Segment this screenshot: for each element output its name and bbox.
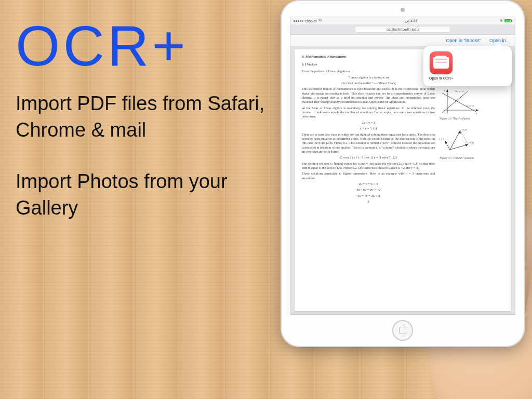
svg-line-17 — [460, 130, 468, 144]
doc-para-5: These solutions generalize to higher dim… — [302, 171, 435, 180]
svg-marker-16 — [458, 130, 461, 134]
doc-eq-1b: x + y = 5. (1) — [302, 126, 435, 130]
ipad-screen: etisalat ٤:٥٣ ص ✱ cs.dartmouth.edu Open … — [290, 17, 515, 315]
svg-text:y: y — [444, 89, 446, 91]
figure-column-solution: (1,5) (2,1) (-1,1) — [440, 126, 481, 155]
svg-line-11 — [450, 144, 468, 150]
doc-eq-3a: 2u + v + w = 5 — [302, 182, 435, 186]
svg-text:2x−y=1: 2x−y=1 — [455, 90, 463, 92]
browser-url-bar[interactable]: cs.dartmouth.edu — [290, 24, 515, 35]
doc-quote-1: "Linear algebra is a fantastic su — [302, 75, 435, 79]
doc-para-2: At the heart of linear algebra is machin… — [302, 106, 435, 119]
svg-text:x+y=5: x+y=5 — [466, 104, 474, 107]
share-item-label: Open in OCR+ — [428, 76, 455, 80]
marketing-subtitle-1: Import PDF files from Safari, Chrome & m… — [16, 90, 286, 144]
battery-icon — [504, 19, 512, 22]
svg-text:(-1,1): (-1,1) — [440, 138, 446, 141]
status-time: ٤:٥٣ ص — [405, 19, 418, 23]
figure-1-caption: Figure 0.1 "Row" solution — [440, 117, 504, 121]
svg-line-4 — [442, 91, 468, 113]
ocr-plus-app-icon — [430, 51, 453, 74]
browser-action-bar: Open in "iBooks" Open in... — [290, 35, 515, 46]
svg-marker-3 — [446, 89, 448, 92]
figure-2-caption: Figure 0.2 "Column" solution — [440, 156, 504, 160]
signal-dots-icon — [294, 20, 303, 22]
doc-section: 9.1 Vectors — [302, 62, 435, 67]
doc-para-3: There are at least two ways in which we … — [302, 132, 435, 154]
figure-row-solution: 2x−y=1 x+y=5 (2,3) x y — [440, 87, 481, 115]
url-text: cs.dartmouth.edu — [355, 26, 450, 33]
carrier-label: etisalat — [305, 19, 316, 23]
svg-text:x: x — [475, 112, 477, 114]
marketing-text-block: OCR+ Import PDF files from Safari, Chrom… — [16, 16, 286, 247]
wifi-icon — [318, 19, 323, 23]
doc-eq-3b: 4u − 6v + 0w = −2 — [302, 188, 435, 192]
doc-preface: From the preface of Linear Algebra a — [302, 69, 435, 73]
share-item-ocr-plus[interactable]: Open in OCR+ — [428, 51, 455, 80]
svg-text:(2,3): (2,3) — [455, 99, 460, 102]
svg-line-15 — [450, 130, 460, 150]
doc-eq-3c: −2u + 7v + 2w = 9. — [302, 194, 435, 198]
document-viewport[interactable]: 9. Mathematical Foundations 9.1 Vectors … — [290, 46, 515, 314]
svg-text:(2,1): (2,1) — [469, 142, 474, 145]
doc-eq-2: (2 over 1) x + (−1 over 1) y = (1 over 5… — [302, 155, 435, 159]
svg-marker-1 — [476, 109, 478, 111]
doc-eq-1a: 2x − y = 1 — [302, 121, 435, 125]
pdf-page: 9. Mathematical Foundations 9.1 Vectors … — [295, 49, 511, 311]
status-bar: etisalat ٤:٥٣ ص ✱ — [290, 17, 515, 24]
open-in-ibooks-button[interactable]: Open in "iBooks" — [446, 38, 481, 43]
bluetooth-icon: ✱ — [500, 19, 503, 23]
share-sheet-popover: Open in OCR+ — [423, 46, 512, 86]
ipad-device: etisalat ٤:٥٣ ص ✱ cs.dartmouth.edu Open … — [281, 0, 525, 347]
marketing-subtitle-2: Import Photos from your Gallery — [16, 168, 286, 222]
doc-para-1: This wonderful branch of mathematics is … — [302, 87, 435, 104]
doc-quote-2: it is clean and beautiful." — Gilbert St… — [302, 81, 435, 85]
doc-chapter: 9. Mathematical Foundations — [302, 55, 435, 59]
app-title: OCR+ — [16, 16, 286, 76]
doc-eq-3d: 3 — [302, 200, 435, 204]
svg-text:(1,5): (1,5) — [462, 128, 467, 131]
doc-para-4: The solution reduces to finding values f… — [302, 162, 435, 170]
home-button[interactable] — [392, 320, 413, 341]
